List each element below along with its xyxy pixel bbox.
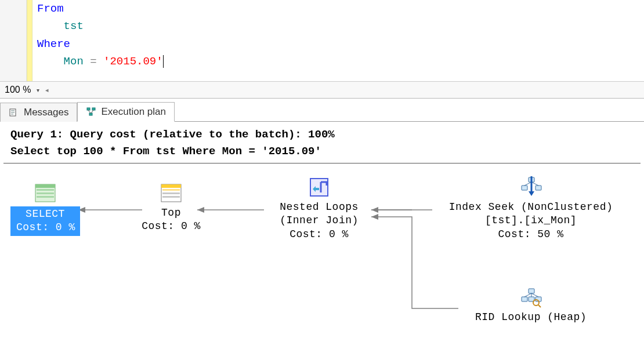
select-title: SELECT — [16, 208, 74, 221]
svg-line-39 — [531, 293, 538, 297]
svg-line-30 — [524, 182, 531, 186]
execution-plan-icon — [86, 107, 96, 117]
tab-execution-plan[interactable]: Execution plan — [77, 102, 175, 122]
plan-header-line2: Select top 100 * From tst Where Mon = '2… — [10, 143, 634, 160]
sql-editor-pane[interactable]: From tst Where Mon = '2015.09' — [0, 0, 644, 81]
svg-rect-29 — [536, 186, 541, 190]
rid-title: RID Lookup (Heap) — [458, 311, 603, 324]
svg-marker-32 — [529, 191, 534, 196]
plan-node-rid-lookup[interactable]: RID Lookup (Heap) — [458, 285, 603, 324]
svg-rect-1 — [11, 110, 15, 111]
execution-plan-panel: Query 1: Query cost (relative to the bat… — [0, 122, 644, 326]
nested-cost: Cost: 0 % — [261, 228, 377, 241]
select-icon — [33, 181, 57, 205]
svg-rect-3 — [11, 114, 13, 115]
nested-title: Nested Loops — [261, 201, 377, 214]
svg-line-37 — [524, 293, 531, 297]
plan-node-select[interactable]: SELECT Cost: 0 % — [10, 181, 80, 236]
svg-rect-6 — [89, 113, 92, 115]
svg-rect-24 — [162, 192, 180, 194]
svg-rect-25 — [162, 196, 180, 198]
nested-sub: (Inner Join) — [261, 214, 377, 227]
top-title: Top — [139, 206, 203, 220]
plan-header: Query 1: Query cost (relative to the bat… — [3, 122, 641, 163]
svg-line-41 — [538, 305, 541, 307]
editor-gutter — [0, 0, 27, 81]
svg-line-7 — [88, 110, 91, 113]
tab-execution-plan-label: Execution plan — [101, 106, 166, 118]
select-cost: Cost: 0 % — [16, 221, 74, 234]
identifier-tst: tst — [64, 20, 84, 32]
svg-rect-5 — [92, 108, 95, 110]
svg-rect-33 — [529, 289, 534, 293]
plan-node-nested-loops[interactable]: Nested Loops (Inner Join) Cost: 0 % — [261, 175, 377, 241]
rid-lookup-icon — [519, 285, 543, 310]
select-highlight: SELECT Cost: 0 % — [10, 206, 80, 236]
svg-line-31 — [531, 182, 538, 186]
svg-rect-23 — [162, 189, 180, 191]
plan-node-index-seek[interactable]: Index Seek (NonClustered) [tst].[ix_Mon]… — [432, 175, 629, 241]
scroll-left-icon[interactable]: ◂ — [45, 86, 49, 94]
plan-header-line1: Query 1: Query cost (relative to the bat… — [10, 126, 634, 143]
svg-rect-20 — [37, 196, 54, 198]
nested-loops-icon — [307, 175, 331, 199]
top-icon — [159, 181, 183, 205]
operator-equals: = — [84, 55, 103, 68]
svg-rect-34 — [522, 297, 527, 301]
keyword-where: Where — [37, 38, 70, 50]
index-seek-icon — [519, 175, 543, 199]
top-cost: Cost: 0 % — [139, 220, 203, 233]
svg-rect-22 — [161, 184, 181, 188]
svg-rect-2 — [11, 112, 15, 113]
zoom-dropdown-icon[interactable]: ▾ — [37, 87, 39, 93]
identifier-mon: Mon — [64, 55, 84, 68]
seek-title: Index Seek (NonClustered) — [432, 201, 629, 214]
svg-rect-4 — [87, 108, 90, 110]
plan-node-top[interactable]: Top Cost: 0 % — [139, 181, 203, 234]
change-stripe — [27, 0, 32, 81]
svg-rect-17 — [35, 184, 55, 188]
sql-code[interactable]: From tst Where Mon = '2015.09' — [32, 0, 168, 81]
zoom-bar: 100 % ▾ ◂ — [0, 81, 644, 99]
svg-line-8 — [91, 110, 93, 113]
seek-cost: Cost: 50 % — [432, 228, 629, 241]
tab-messages-label: Messages — [24, 107, 68, 118]
svg-rect-18 — [37, 189, 54, 191]
string-literal: '2015.09' — [103, 55, 163, 68]
tab-messages[interactable]: Messages — [0, 103, 77, 122]
svg-rect-19 — [37, 192, 54, 194]
keyword-from: From — [37, 2, 64, 15]
results-tabs: Messages Execution plan — [0, 99, 644, 122]
text-cursor — [163, 55, 164, 68]
zoom-value[interactable]: 100 % — [5, 85, 31, 95]
messages-icon — [9, 107, 19, 118]
seek-sub: [tst].[ix_Mon] — [432, 214, 629, 227]
svg-rect-28 — [522, 186, 527, 190]
plan-diagram[interactable]: SELECT Cost: 0 % Top Cost: 0 % Nested Lo… — [0, 163, 644, 326]
